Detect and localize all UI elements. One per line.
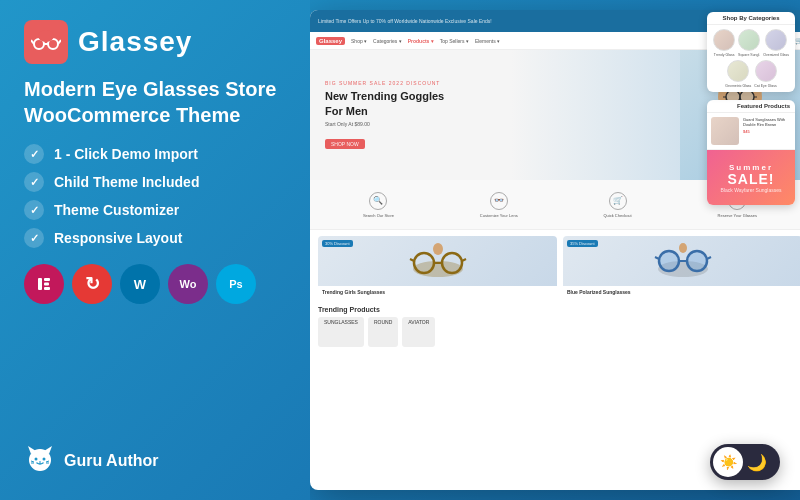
customize-label: Customize Your Lens (480, 213, 518, 218)
logo-icon (24, 20, 68, 64)
hero-sub: Start Only At $89.00 (325, 121, 444, 127)
badge-elementor (24, 264, 64, 304)
feature-demo-import: ✓ 1 - Click Demo Import (24, 144, 286, 164)
cat-3: Oversized Glass (763, 29, 789, 57)
feature-label-2: Child Theme Included (54, 174, 199, 190)
tagline: Modern Eye Glasses Store WooCommerce The… (24, 76, 286, 128)
nav-products: Products ▾ (408, 38, 434, 44)
summer-sale-banner: Summer SALE! Black Wayfarer Sunglasses (707, 150, 795, 205)
cat-circle-1 (713, 29, 735, 51)
hero-tag: Big Summer Sale 2022 Discount (325, 80, 444, 86)
featured-panel: Featured Products Guard Sunglasses With … (707, 100, 795, 205)
checkout-label: Quick Checkout (603, 213, 631, 218)
nav-shop: Shop ▾ (351, 38, 367, 44)
nav-elements: Elements ▾ (475, 38, 500, 44)
preview-top-text: Limited Time Offers Up to 70% off Worldw… (318, 18, 492, 24)
badge-wordpress: W (120, 264, 160, 304)
featured-price-1: $45 (743, 129, 791, 134)
cat-5: Cat Eye Glass (754, 60, 776, 88)
svg-point-36 (433, 243, 443, 255)
badge-revolution: ↻ (72, 264, 112, 304)
hero-title: New Trending GogglesFor Men (325, 89, 444, 118)
cat-circle-4 (727, 60, 749, 82)
toggle-light-icon: ☀️ (713, 447, 743, 477)
sale-sub: Black Wayfarer Sunglasses (721, 187, 782, 193)
svg-rect-6 (38, 278, 42, 290)
cat-1: Trendy Glass (713, 29, 735, 57)
author-area: Guru Author (24, 442, 286, 480)
product-img-1: 30% Discount (318, 236, 557, 286)
svg-point-39 (687, 251, 707, 271)
svg-point-38 (659, 251, 679, 271)
cat-circle-2 (738, 29, 760, 51)
cat-label-4: Geometric Glass (725, 84, 751, 88)
logo-area: Glassey (24, 20, 286, 64)
product-badge-1: 30% Discount (322, 240, 353, 247)
svg-point-5 (38, 30, 54, 42)
featured-title: Featured Products (707, 100, 795, 113)
cat-circle-3 (765, 29, 787, 51)
feature-responsive: ✓ Responsive Layout (24, 228, 286, 248)
cat-4: Geometric Glass (725, 60, 751, 88)
cat-circle-5 (755, 60, 777, 82)
categories-panel: Shop By Categories Trendy Glass Square S… (707, 12, 795, 92)
toggle-dark-icon: 🌙 (747, 453, 767, 472)
product-img-2: 35% Discount (563, 236, 800, 286)
nav-logo: Glassey (316, 37, 345, 45)
feature-list: ✓ 1 - Click Demo Import ✓ Child Theme In… (24, 144, 286, 248)
product-badge-2: 35% Discount (567, 240, 598, 247)
svg-point-15 (43, 458, 46, 461)
svg-line-4 (58, 40, 61, 44)
featured-name-1: Guard Sunglasses With Double Rim Brown (743, 117, 791, 127)
trending-title: Trending Products (318, 306, 800, 313)
cat-label-2: Square Sungl. (738, 53, 760, 57)
search-label: Search Our Store (363, 213, 394, 218)
svg-rect-9 (44, 287, 50, 290)
tagline-text: Modern Eye Glasses Store WooCommerce The… (24, 76, 286, 128)
product-name-2: Blue Polarized Sunglasses (563, 286, 800, 296)
badge-photoshop: Ps (216, 264, 256, 304)
feature-label-4: Responsive Layout (54, 230, 182, 246)
cat-2: Square Sungl. (738, 29, 760, 57)
author-icon (24, 442, 56, 480)
cat-label-1: Trendy Glass (714, 53, 735, 57)
check-icon-4: ✓ (24, 228, 44, 248)
featured-img-1 (711, 117, 739, 145)
brand-name: Glassey (78, 26, 192, 58)
svg-point-14 (35, 458, 38, 461)
categories-list: Trendy Glass Square Sungl. Oversized Gla… (707, 25, 795, 92)
dark-mode-toggle[interactable]: ☀️ 🌙 (710, 444, 780, 480)
featured-item-1: Guard Sunglasses With Double Rim Brown $… (707, 113, 795, 150)
search-icon: 🔍 (369, 192, 387, 210)
svg-line-3 (31, 40, 34, 44)
icon-checkout: 🛒 Quick Checkout (603, 192, 631, 218)
cat-label-5: Cat Eye Glass (754, 84, 776, 88)
product-name-1: Trending Girls Sunglasses (318, 286, 557, 296)
nav-top-sellers: Top Sellers ▾ (440, 38, 469, 44)
customize-icon: 👓 (490, 192, 508, 210)
tech-badges: ↻ W Wo Ps (24, 264, 286, 304)
hero-btn[interactable]: SHOP NOW (325, 139, 365, 149)
feature-child-theme: ✓ Child Theme Included (24, 172, 286, 192)
check-icon-1: ✓ (24, 144, 44, 164)
icon-search: 🔍 Search Our Store (363, 192, 394, 218)
svg-rect-7 (44, 278, 50, 281)
hero-text-area: Big Summer Sale 2022 Discount New Trendi… (310, 70, 459, 160)
feature-label-3: Theme Customizer (54, 202, 179, 218)
product-card-1: 30% Discount Trending Girls Sungl (318, 236, 557, 296)
left-panel: Glassey Modern Eye Glasses Store WooComm… (0, 0, 310, 500)
check-icon-3: ✓ (24, 200, 44, 220)
nav-categories: Categories ▾ (373, 38, 402, 44)
icon-customize: 👓 Customize Your Lens (480, 192, 518, 218)
reserve-label: Reserve Your Glasses (718, 213, 758, 218)
products-row: 30% Discount Trending Girls Sungl (310, 230, 800, 302)
badge-woocommerce: Wo (168, 264, 208, 304)
checkout-icon: 🛒 (609, 192, 627, 210)
author-label: Guru Author (64, 452, 159, 470)
svg-rect-8 (44, 283, 49, 286)
feature-customizer: ✓ Theme Customizer (24, 200, 286, 220)
categories-title: Shop By Categories (707, 12, 795, 25)
right-panel: Limited Time Offers Up to 70% off Worldw… (310, 0, 800, 500)
main-container: Glassey Modern Eye Glasses Store WooComm… (0, 0, 800, 500)
cat-label-3: Oversized Glass (763, 53, 789, 57)
